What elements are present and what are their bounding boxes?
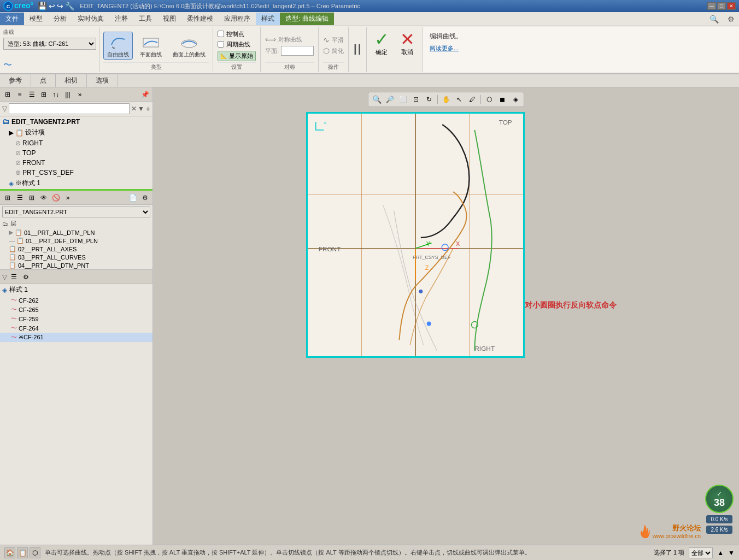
layer-item-5[interactable]: 📋 04__PRT_ALL_DTM_PNT [0,261,153,269]
search-dropdown-btn[interactable]: ▼ [138,105,144,113]
layer-new-btn[interactable]: 📄 [127,192,138,203]
zoom-fit-btn[interactable]: ⊡ [410,93,422,105]
menu-style[interactable]: 样式 [256,13,280,25]
tree-item-style1[interactable]: ◈ ※样式 1 [0,178,153,189]
layer-item-3[interactable]: 📋 02__PRT_ALL_AXES [0,245,153,253]
menu-model[interactable]: 模型 [24,13,48,25]
layer-icon-3: 📋 [9,245,16,252]
layer-file-dropdown[interactable]: EDIT_TANGENT2.PRT [2,207,150,217]
ctrl-pts-checkbox[interactable]: 控制点 [218,30,256,38]
layer-item-1[interactable]: ▶ 📋 01__PRT_ALL_DTM_PLN [0,228,153,237]
sub-tab-options[interactable]: 选项 [87,74,118,87]
sort-btn[interactable]: ↑↓ [50,89,61,100]
curve-icon-cf262: 〜 [11,296,17,304]
zoom-select-btn[interactable]: ⬜ [397,93,409,105]
layer-hide-btn[interactable]: 🚫 [50,192,61,203]
curve-item-cf261-active[interactable]: 〜 ※CF-261 [0,333,153,342]
tree-style-label: ※样式 1 [15,179,40,188]
tree-item-right[interactable]: ⊘ RIGHT [0,138,153,148]
tree-root-item[interactable]: 🗂 EDIT_TANGENT2.PRT [0,116,153,127]
list-view-btn[interactable]: ☰ [26,89,37,100]
expand-collapse-btn[interactable]: ≡ [14,89,25,100]
maximize-btn[interactable]: □ [717,2,726,10]
tree-item-csys[interactable]: ⊕ PRT_CSYS_DEF [0,168,153,178]
mode-dropdown[interactable]: 全部 [689,547,713,558]
more-btn[interactable]: » [74,89,85,100]
add-btn[interactable]: + [146,104,150,113]
search-btn[interactable]: 🔍 [705,13,723,25]
menu-app[interactable]: 应用程序 [219,13,256,25]
menu-simulation[interactable]: 实时仿真 [72,13,109,25]
layer-item-4[interactable]: 📋 03__PRT_ALL_CURVES [0,253,153,261]
zoom-out-btn[interactable]: 🔎 [384,93,396,105]
menu-file[interactable]: 文件 [0,13,24,25]
sub-tab-ref[interactable]: 参考 [0,74,31,87]
curve-item-cf262[interactable]: 〜 CF-262 [0,296,153,305]
zoom-in-btn[interactable]: 🔍 [371,93,383,105]
layer-list-btn[interactable]: ☰ [14,192,25,203]
confirm-btn[interactable]: ✓ 确定 [371,30,392,57]
surface-curve-btn[interactable]: 曲面上的曲线 [169,32,209,60]
menu-tools[interactable]: 工具 [133,13,157,25]
pan-btn[interactable]: ✋ [440,93,452,105]
pause-btn[interactable]: II [349,27,367,72]
rotate-btn[interactable]: ↻ [423,93,435,105]
minimize-btn[interactable]: — [707,2,716,10]
style-settings-btn[interactable]: ⚙ [20,272,31,282]
menu-curve-edit[interactable]: 造型: 曲线编辑 [280,13,334,25]
menu-annotation[interactable]: 注释 [109,13,133,25]
status-icon-3[interactable]: ⬡ [30,547,40,558]
tree-item-front[interactable]: ⊘ FRONT [0,158,153,168]
clear-search-btn[interactable]: ✕ [131,105,137,113]
status-icon-2[interactable]: 📋 [17,547,28,558]
settings-btn[interactable]: ⚙ [723,13,739,25]
sub-tab-point[interactable]: 点 [31,74,56,87]
pick-btn[interactable]: 🖊 [466,93,478,105]
flat-input[interactable] [281,46,314,56]
tree-item-design[interactable]: ▶ 📋 设计项 [0,127,153,138]
view-options-btn[interactable]: ⊞ [2,89,13,100]
viewport[interactable]: 🔍 🔎 ⬜ ⊡ ↻ ✋ ↖ 🖊 ⬡ ◼ ◈ TO [153,87,739,545]
close-btn[interactable]: ✕ [727,2,736,10]
columns-btn[interactable]: ||| [62,89,73,100]
read-more-link[interactable]: 阅读更多... [430,45,459,51]
curve-dropdown[interactable]: 造型: 53: 曲线: CF-261 [3,38,96,50]
status-icon-1[interactable]: 🏠 [4,547,15,558]
style-list-btn[interactable]: ☰ [8,272,19,282]
tree-item-top[interactable]: ⊘ TOP [0,148,153,158]
curve-item-cf265[interactable]: 〜 CF-265 [0,305,153,314]
view-3d-btn[interactable]: ⬡ [483,93,495,105]
select-btn[interactable]: ↖ [453,93,465,105]
menu-analysis[interactable]: 分析 [48,13,72,25]
sym-curve-btn[interactable]: ⟺ 对称曲线 [265,35,314,44]
layer-settings-btn[interactable]: ⚙ [139,192,150,203]
status-icons: 🏠 📋 ⬡ [4,547,40,558]
status-arrow-up[interactable]: ▲ [717,549,724,557]
free-curve-btn[interactable]: ∿ 自由曲线 [103,32,133,60]
plane-curve-btn[interactable]: 平面曲线 [136,32,166,60]
grid-view-btn[interactable]: ⊞ [38,89,49,100]
sub-tab-tangent[interactable]: 相切 [56,74,87,87]
curve-item-cf264[interactable]: 〜 CF-264 [0,323,153,333]
style-root[interactable]: ◈ 样式 1 [0,284,153,296]
layer-item-2[interactable]: — 📋 01__PRT_DEF_DTM_PLN [0,237,153,245]
layer-grid-btn[interactable]: ⊞ [26,192,37,203]
menu-view[interactable]: 视图 [157,13,181,25]
show-origin-btn[interactable]: 📐 显示原始 [218,51,256,61]
display-btn[interactable]: ◈ [509,93,521,105]
cancel-btn[interactable]: ✕ 取消 [397,30,418,57]
status-arrow-down[interactable]: ▼ [728,549,735,557]
simplify-btn[interactable]: ⬡ 简化 [323,46,344,55]
periodic-curve-checkbox[interactable]: 周期曲线 [218,40,256,49]
search-input[interactable] [9,103,130,114]
layer-more-btn[interactable]: » [62,192,73,203]
flat-label: 平面: [265,47,279,55]
smooth-btn[interactable]: ∿ 平滑 [323,36,344,44]
menu-flex[interactable]: 柔性建模 [181,13,219,25]
curve-item-cf259[interactable]: 〜 CF-259 [0,314,153,323]
panel-pin-btn[interactable]: 📌 [139,89,150,100]
layer-view-btn[interactable]: ⊞ [2,192,13,203]
layer-show-btn[interactable]: 👁 [38,192,49,203]
shading-btn[interactable]: ◼ [496,93,508,105]
layer-file-selector[interactable]: EDIT_TANGENT2.PRT [2,207,150,217]
